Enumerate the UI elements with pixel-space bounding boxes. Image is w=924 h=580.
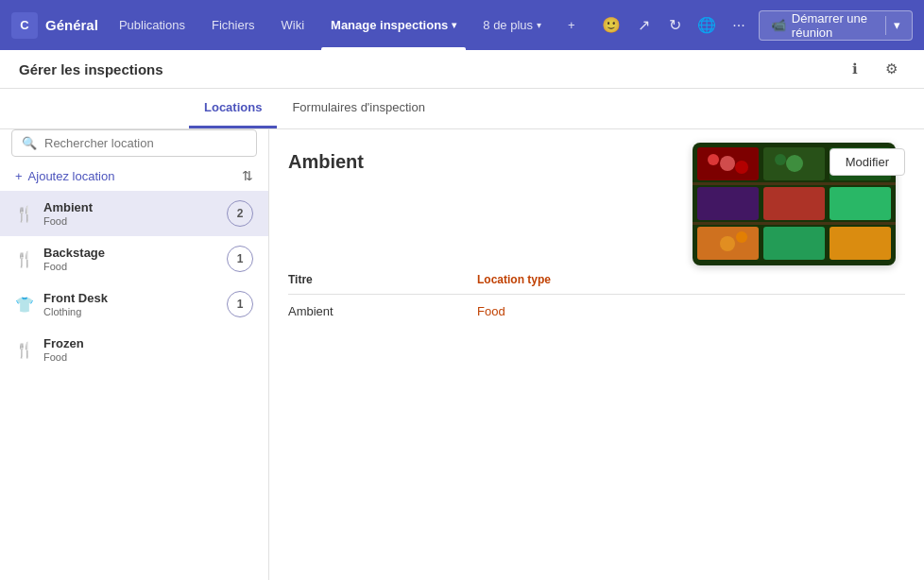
- location-info: Frozen Food: [43, 336, 217, 363]
- food-icon: 🍴: [15, 205, 34, 223]
- location-name: Ambient: [43, 200, 217, 214]
- col-header-titre: Titre: [288, 265, 477, 295]
- shirt-icon: 👕: [15, 296, 34, 314]
- location-info: Backstage Food: [43, 246, 217, 272]
- plus-icon: +: [15, 169, 23, 183]
- tabs-bar: Locations Formulaires d'inspection: [0, 88, 924, 128]
- refresh-icon[interactable]: ↻: [663, 10, 688, 41]
- location-name: Backstage: [43, 246, 217, 260]
- location-list: 🍴 Ambient Food 2 🍴 Backstage Food 1: [0, 191, 268, 580]
- video-camera-icon: 📹: [771, 18, 786, 32]
- info-icon[interactable]: ℹ: [841, 55, 869, 83]
- list-item[interactable]: 🍴 Frozen Food: [0, 327, 268, 372]
- modify-button[interactable]: Modifier: [830, 148, 905, 176]
- location-badge: 2: [227, 200, 253, 227]
- nav-item-fichiers[interactable]: Fichiers: [202, 0, 265, 50]
- sub-header: Gérer les inspections: [19, 50, 841, 88]
- food-icon: 🍴: [15, 341, 34, 359]
- page-title: Gérer les inspections: [19, 61, 189, 77]
- add-location-row: + Ajoutez location ⇅: [0, 164, 268, 191]
- search-input[interactable]: [44, 136, 247, 150]
- page-layout: Gérer les inspections ℹ ⚙ Locations Form…: [0, 50, 924, 580]
- location-type: Food: [43, 215, 217, 227]
- nav-item-wiki[interactable]: Wiki: [272, 0, 315, 50]
- location-type: Food: [43, 351, 217, 363]
- more-dots-icon[interactable]: ···: [727, 10, 751, 41]
- globe-icon[interactable]: 🌐: [695, 10, 720, 41]
- location-name: Front Desk: [43, 291, 217, 305]
- link-icon[interactable]: ↗: [631, 10, 656, 41]
- header-top: Gérer les inspections ℹ ⚙: [0, 50, 924, 88]
- table-row: Ambient Food: [288, 295, 905, 329]
- app-name: Général: [45, 17, 98, 33]
- list-item[interactable]: 🍴 Ambient Food 2: [0, 191, 268, 236]
- search-box[interactable]: 🔍: [11, 129, 257, 157]
- nav-actions: 🙂 ↗ ↻ 🌐 ··· 📹 Démarrer une réunion ▾: [600, 10, 913, 41]
- app-icon[interactable]: C: [11, 12, 38, 39]
- list-item[interactable]: 👕 Front Desk Clothing 1: [0, 281, 268, 327]
- row-location-type: Food: [477, 295, 905, 329]
- list-item[interactable]: 🍴 Backstage Food 1: [0, 236, 268, 281]
- smiley-icon[interactable]: 🙂: [600, 10, 625, 41]
- top-navigation: C Général Publications Fichiers Wiki Man…: [0, 0, 924, 50]
- gear-icon[interactable]: ⚙: [877, 55, 905, 83]
- nav-item-publications[interactable]: Publications: [110, 0, 195, 50]
- col-header-location-type: Location type: [477, 265, 905, 295]
- location-type: Food: [43, 261, 217, 272]
- start-meeting-button[interactable]: 📹 Démarrer une réunion ▾: [759, 10, 913, 41]
- header-area: Gérer les inspections ℹ ⚙ Locations Form…: [0, 50, 924, 129]
- main-area: 🔍 + Ajoutez location ⇅ 🍴 Ambient Food: [0, 129, 924, 580]
- row-titre: Ambient: [288, 295, 477, 329]
- detail-title: Ambient: [288, 151, 364, 173]
- food-icon: 🍴: [15, 250, 34, 268]
- location-info: Ambient Food: [43, 200, 217, 227]
- location-badge: 1: [227, 291, 253, 317]
- search-icon: 🔍: [22, 136, 37, 150]
- chevron-down-icon: ▾: [537, 20, 541, 30]
- nav-item-more[interactable]: 8 de plus ▾: [473, 0, 551, 50]
- location-badge: 1: [227, 246, 253, 272]
- tab-formulaires[interactable]: Formulaires d'inspection: [277, 89, 440, 128]
- meeting-caret: ▾: [885, 16, 900, 35]
- location-badge: [227, 336, 253, 363]
- location-type: Clothing: [43, 306, 217, 317]
- content-area: Ambient Modifier: [269, 129, 924, 580]
- nav-item-add[interactable]: +: [558, 0, 585, 50]
- chevron-down-icon: ▾: [452, 20, 456, 30]
- location-info: Front Desk Clothing: [43, 291, 217, 317]
- tab-locations[interactable]: Locations: [189, 89, 277, 128]
- nav-item-manage-inspections[interactable]: Manage inspections ▾: [321, 0, 466, 50]
- detail-table: Titre Location type Ambient Food: [288, 265, 905, 328]
- location-name: Frozen: [43, 336, 217, 350]
- sort-icon[interactable]: ⇅: [242, 168, 253, 183]
- add-location-button[interactable]: + Ajoutez location: [15, 169, 114, 183]
- sidebar: 🔍 + Ajoutez location ⇅ 🍴 Ambient Food: [0, 129, 269, 580]
